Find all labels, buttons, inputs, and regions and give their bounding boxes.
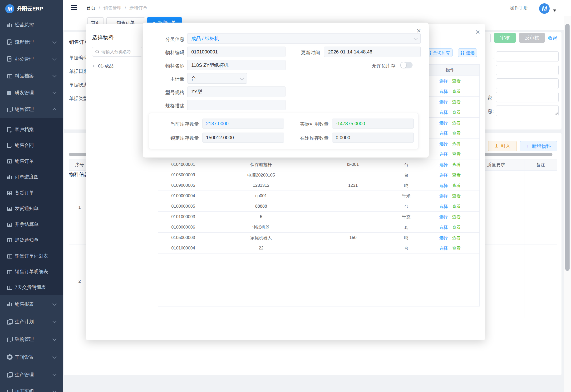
view-link[interactable]: 查看 — [452, 141, 461, 147]
spec-desc-field[interactable] — [187, 100, 286, 110]
sidebar-item-order-plan-report[interactable]: 销售订单计划表 — [0, 248, 63, 264]
select-link[interactable]: 选择 — [439, 130, 448, 136]
sidebar-item-order-detail-report[interactable]: 销售订单明细表 — [0, 264, 63, 280]
select-link[interactable]: 选择 — [439, 214, 448, 220]
select-link[interactable]: 选择 — [439, 151, 448, 157]
view-link[interactable]: 查看 — [452, 204, 461, 209]
view-link[interactable]: 查看 — [452, 99, 461, 105]
view-link[interactable]: 查看 — [452, 162, 461, 168]
material-name-field[interactable]: 118S ZY型纸杯机 — [187, 60, 286, 70]
sidebar-item-customer-archive[interactable]: 客户档案 — [0, 122, 63, 137]
tree-node-finished-goods[interactable]: 01-成品 — [93, 63, 113, 69]
view-link[interactable]: 查看 — [452, 130, 461, 136]
collapse-link[interactable]: 收起 — [548, 35, 557, 41]
select-link[interactable]: 选择 — [439, 78, 448, 84]
category-select[interactable]: 成品 / 纸杯机 — [187, 33, 421, 44]
tree-expand-icon[interactable] — [93, 65, 96, 68]
view-link[interactable]: 查看 — [452, 120, 461, 126]
model-spec-field[interactable]: ZY型 — [187, 86, 286, 97]
order-right-field-3[interactable] — [496, 78, 559, 89]
sidebar-item-label: 车间设置 — [15, 354, 34, 360]
sidebar-item-delivery-notice[interactable]: 发货通知单 — [0, 200, 63, 216]
order-right-field-1[interactable] — [496, 51, 559, 62]
sidebar-item-production-plan[interactable]: 生产计划 — [0, 313, 63, 330]
select-link[interactable]: 选择 — [439, 245, 448, 251]
sidebar-item-sales-contract[interactable]: 销售合同 — [0, 137, 63, 153]
locked-stock-field[interactable]: 150012.0000 — [202, 133, 284, 142]
select-link[interactable]: 选择 — [439, 193, 448, 199]
scrollbar-thumb[interactable] — [565, 24, 570, 271]
sidebar-item-stock-order[interactable]: 备货订单 — [0, 185, 63, 200]
view-link[interactable]: 查看 — [452, 193, 461, 199]
sidebar-item-label: 生产计划 — [15, 319, 34, 325]
multi-select-button[interactable]: 连选 — [458, 48, 477, 57]
breadcrumb-sales[interactable]: 销售管理 — [103, 5, 121, 11]
view-link[interactable]: 查看 — [452, 235, 461, 241]
available-stock-field[interactable]: -147875.0000 — [332, 119, 414, 128]
sidebar-item-order-progress[interactable]: 订单进度图 — [0, 169, 63, 185]
select-link[interactable]: 选择 — [439, 162, 448, 168]
material-code-field[interactable]: 0101000001 — [187, 47, 286, 57]
main-unit-select[interactable]: 台 — [187, 73, 247, 84]
view-link[interactable]: 查看 — [452, 214, 461, 220]
select-link[interactable]: 选择 — [439, 183, 448, 188]
select-link[interactable]: 选择 — [439, 99, 448, 105]
sidebar-item-sales-order[interactable]: 销售订单 — [0, 153, 63, 169]
row-remark — [525, 244, 556, 318]
view-link[interactable]: 查看 — [452, 89, 461, 94]
view-link[interactable]: 查看 — [452, 78, 461, 84]
sidebar-item-materials-archive[interactable]: 料品档案 — [0, 68, 63, 84]
query-all-button[interactable]: 查询所有 — [425, 48, 452, 57]
sidebar-item-rd[interactable]: 研发管理 — [0, 84, 63, 101]
sidebar-item-sales[interactable]: 销售管理 — [0, 101, 63, 118]
vertical-scrollbar[interactable] — [564, 16, 571, 392]
select-link[interactable]: 选择 — [439, 89, 448, 94]
updated-time-field[interactable]: 2026-01-14 14:48:46 — [324, 47, 421, 57]
order-right-field-4[interactable] — [496, 92, 559, 102]
transit-stock-field[interactable]: 0.0000 — [332, 133, 414, 142]
category-search-input[interactable]: 请输入分类名称 — [92, 47, 142, 56]
breadcrumb-home[interactable]: 首页 — [86, 5, 95, 11]
view-link[interactable]: 查看 — [452, 110, 461, 115]
select-link[interactable]: 选择 — [439, 141, 448, 147]
close-icon[interactable]: × — [473, 27, 482, 37]
bar-chart-icon — [7, 301, 12, 307]
sidebar-item-office[interactable]: 办公管理 — [0, 51, 63, 67]
audit-button[interactable]: 审核 — [494, 33, 516, 43]
unaudit-button[interactable]: 反审核 — [519, 33, 545, 43]
sidebar-item-return-notice[interactable]: 退货通知单 — [0, 232, 63, 248]
import-button[interactable]: 引入 — [488, 141, 517, 151]
sidebar-item-process[interactable]: 流程管理 — [0, 34, 63, 50]
sidebar-item-invoice-settlement[interactable]: 开票结算单 — [0, 216, 63, 232]
view-link[interactable]: 查看 — [452, 245, 461, 251]
erp-screen: M 升阳云ERP 经营总控 流程管理 办公管理 料品档案 研发管理 销售管理 — [0, 0, 571, 392]
select-link[interactable]: 选择 — [439, 235, 448, 241]
sidebar-item-production-mgmt[interactable]: 生产管理 — [0, 366, 63, 383]
avatar-caret-icon[interactable] — [553, 10, 556, 13]
sidebar-item-workshop-settings[interactable]: 车间设置 — [0, 349, 63, 365]
sidebar-item-sales-report[interactable]: 销售报表 — [0, 296, 63, 312]
allow-negative-toggle[interactable] — [400, 62, 413, 69]
sidebar-item-purchase[interactable]: 采购管理 — [0, 331, 63, 348]
view-link[interactable]: 查看 — [452, 151, 461, 157]
sidebar-item-7day-delivery-report[interactable]: 7天交货明细表 — [0, 280, 63, 295]
transit-stock-label: 在途库存数量 — [281, 135, 329, 141]
current-stock-field[interactable]: 2137.0000 — [202, 119, 284, 128]
order-remark-textarea[interactable] — [496, 105, 559, 116]
select-link[interactable]: 选择 — [439, 120, 448, 126]
avatar[interactable]: M — [539, 3, 550, 14]
manual-link[interactable]: 操作手册 — [510, 0, 528, 16]
select-link[interactable]: 选择 — [439, 224, 448, 230]
select-link[interactable]: 选择 — [439, 172, 448, 178]
view-link[interactable]: 查看 — [452, 172, 461, 178]
copy-doc-icon — [7, 373, 11, 378]
view-link[interactable]: 查看 — [452, 183, 461, 188]
sidebar-item-processing-workshop[interactable]: 加工车间 — [0, 383, 63, 392]
select-link[interactable]: 选择 — [439, 204, 448, 209]
order-right-field-2[interactable] — [496, 65, 559, 75]
sidebar-item-dashboard[interactable]: 经营总控 — [0, 16, 63, 33]
collapse-menu-icon[interactable] — [71, 5, 77, 10]
add-material-button[interactable]: + 新增物料 — [520, 141, 557, 151]
view-link[interactable]: 查看 — [452, 224, 461, 230]
select-link[interactable]: 选择 — [439, 110, 448, 115]
